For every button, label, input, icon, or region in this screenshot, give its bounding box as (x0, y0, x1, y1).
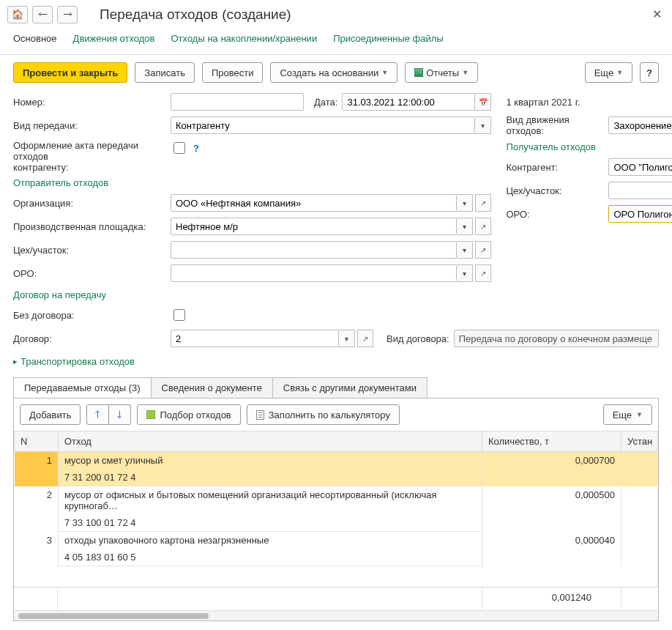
add-button[interactable]: Добавить (20, 404, 81, 425)
form-tab-bar: Основное Движения отходов Отходы на нако… (0, 27, 672, 55)
chevron-down-icon: ▼ (616, 69, 623, 76)
counterparty-select[interactable] (608, 158, 672, 176)
sender-section-title: Отправитель отходов (13, 177, 491, 188)
col-inst[interactable]: Устан (621, 431, 658, 452)
tab-links[interactable]: Связь с другими документами (272, 377, 428, 398)
reports-button[interactable]: Отчеты ▼ (405, 62, 478, 83)
tab-movements[interactable]: Движения отходов (73, 33, 155, 50)
chevron-down-icon[interactable]: ▾ (457, 241, 473, 259)
document-icon (256, 410, 264, 420)
pick-waste-label: Подбор отходов (160, 410, 231, 420)
chevron-down-icon[interactable]: ▾ (457, 218, 473, 235)
table-toolbar: Добавить 🡑 🡓 Подбор отходов Заполнить по… (14, 399, 658, 431)
tab-main[interactable]: Основное (13, 33, 57, 50)
date-input[interactable] (342, 93, 475, 111)
act-checkbox[interactable] (173, 142, 185, 154)
home-button[interactable]: 🏠 (7, 6, 28, 23)
close-icon[interactable]: ✕ (649, 4, 665, 24)
open-icon[interactable]: ↗ (475, 218, 491, 235)
calendar-icon[interactable]: 📅 (475, 93, 491, 111)
table-footer: 0,001240 (14, 587, 658, 610)
write-button[interactable]: Записать (135, 62, 195, 83)
number-input[interactable] (171, 93, 304, 111)
act-label: Оформление акта передачи отходовконтраге… (13, 140, 171, 173)
no-contract-checkbox[interactable] (173, 309, 185, 321)
open-icon[interactable]: ↗ (475, 194, 491, 212)
cell-waste-code: 4 05 183 01 60 5 (59, 549, 482, 566)
nav-forward-button[interactable]: 🡒 (57, 6, 78, 23)
transport-label: Транспортировка отходов (20, 356, 135, 367)
table-more-button[interactable]: Еще ▼ (603, 404, 652, 425)
move-type-select[interactable] (608, 116, 672, 134)
move-down-button[interactable]: 🡓 (109, 404, 131, 425)
waste-table: N Отход Количество, т Устан 1 мусор и см… (14, 431, 658, 587)
arrow-up-icon: 🡑 (93, 410, 102, 420)
cell-qty: 0,000040 (482, 532, 621, 566)
create-based-button[interactable]: Создать на основании ▼ (270, 62, 397, 83)
receiver-oro-select[interactable] (608, 205, 672, 223)
cell-waste-name: мусор и смет уличный (59, 452, 482, 470)
scrollbar-thumb[interactable] (18, 613, 209, 619)
contract-section-title: Договор на передачу (13, 289, 491, 300)
contract-select[interactable] (171, 330, 339, 347)
receiver-workshop-select[interactable] (608, 182, 672, 199)
contract-label: Договор: (13, 333, 171, 344)
col-waste[interactable]: Отход (59, 431, 482, 452)
post-and-close-button[interactable]: Провести и закрыть (13, 62, 127, 83)
transfer-type-select[interactable] (171, 116, 475, 134)
cell-n: 1 (15, 452, 59, 486)
chevron-down-icon[interactable]: ▾ (475, 116, 491, 134)
move-type-label: Вид движения отходов: (506, 114, 608, 136)
table-row[interactable]: 1 мусор и смет уличный 0,000700 (15, 452, 658, 470)
top-nav: 🏠 🡐 🡒 Передача отходов (создание) ✕ (0, 0, 672, 27)
table-row[interactable]: 2 мусор от офисных и бытовых помещений о… (15, 486, 658, 515)
open-icon[interactable]: ↗ (475, 241, 491, 259)
quarter-text: 1 квартал 2021 г. (506, 97, 580, 108)
nav-back-button[interactable]: 🡐 (32, 6, 53, 23)
site-select[interactable] (171, 218, 457, 235)
more-button[interactable]: Еще ▼ (585, 62, 632, 83)
move-up-button[interactable]: 🡑 (86, 404, 109, 425)
table-more-label: Еще (613, 410, 632, 420)
help-icon[interactable]: ? (193, 143, 199, 154)
workshop-select[interactable] (171, 241, 457, 259)
cell-n: 3 (15, 532, 59, 566)
chevron-down-icon: ▼ (636, 411, 643, 418)
command-bar: Провести и закрыть Записать Провести Соз… (0, 55, 672, 90)
horizontal-scrollbar[interactable] (14, 610, 658, 620)
chevron-down-icon[interactable]: ▾ (457, 194, 473, 212)
receiver-section-title: Получатель отходов (506, 141, 672, 152)
cell-n: 2 (15, 486, 59, 532)
table-row[interactable]: 3 отходы упаковочного картона незагрязне… (15, 532, 658, 549)
site-label: Производственная площадка: (13, 221, 171, 232)
lower-tab-bar: Передаваемые отходы (3) Сведения о докум… (13, 377, 659, 398)
org-select[interactable] (171, 194, 457, 212)
contract-type-label: Вид договора: (387, 333, 449, 344)
open-icon[interactable]: ↗ (357, 330, 373, 347)
chevron-down-icon[interactable]: ▾ (339, 330, 355, 347)
pick-waste-button[interactable]: Подбор отходов (137, 404, 240, 425)
oro-select[interactable] (171, 264, 457, 282)
cell-waste-name: отходы упаковочного картона незагрязненн… (59, 532, 482, 549)
tab-wastes[interactable]: Передаваемые отходы (3) (13, 377, 152, 398)
fill-calc-button[interactable]: Заполнить по калькулятору (247, 404, 400, 425)
total-qty: 0,001240 (482, 588, 621, 610)
tab-storage[interactable]: Отходы на накоплении/хранении (171, 33, 318, 50)
cell-waste-code: 7 31 200 01 72 4 (59, 469, 482, 486)
col-qty[interactable]: Количество, т (482, 431, 621, 452)
receiver-workshop-label: Цех/участок: (506, 185, 608, 196)
col-n[interactable]: N (15, 431, 59, 452)
chevron-down-icon[interactable]: ▾ (457, 264, 473, 282)
transport-expand[interactable]: ▸ Транспортировка отходов (13, 356, 135, 367)
report-icon (414, 68, 423, 77)
tab-doc-info[interactable]: Сведения о документе (151, 377, 273, 398)
counterparty-label: Контрагент: (506, 162, 608, 173)
open-icon[interactable]: ↗ (475, 264, 491, 282)
post-button[interactable]: Провести (202, 62, 264, 83)
workshop-label: Цех/участок: (13, 245, 171, 256)
cell-inst (621, 486, 658, 532)
help-button[interactable]: ? (640, 62, 659, 83)
tab-files[interactable]: Присоединенные файлы (333, 33, 444, 50)
receiver-oro-label: ОРО: (506, 209, 608, 220)
table-row-empty (15, 566, 658, 587)
